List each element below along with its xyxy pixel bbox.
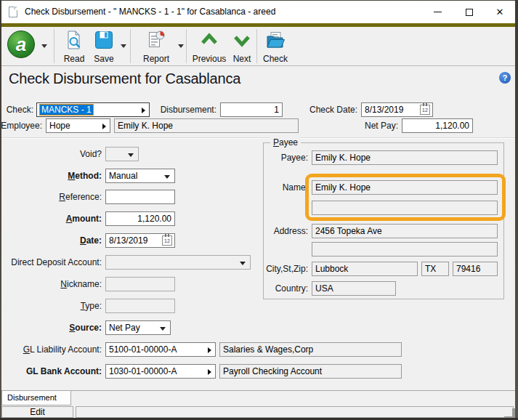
source-combo[interactable]: Net Pay bbox=[105, 320, 171, 335]
dropdown-arrow-icon[interactable] bbox=[164, 175, 170, 179]
gl-bank-account-value: 1030-01-00000-A bbox=[109, 366, 177, 376]
minimize-button[interactable] bbox=[421, 1, 453, 23]
save-dropdown-arrow-icon[interactable] bbox=[121, 44, 126, 48]
lookup-arrow-icon[interactable] bbox=[102, 124, 106, 129]
help-button[interactable]: ? bbox=[499, 72, 511, 84]
previous-button-label: Previous bbox=[193, 54, 227, 64]
app-logo-icon: a bbox=[16, 33, 26, 56]
toolbar-separator bbox=[54, 29, 54, 63]
app-menu-dropdown-arrow-icon[interactable] bbox=[41, 44, 47, 48]
annotation-highlight-box bbox=[305, 174, 506, 221]
document-icon bbox=[9, 7, 17, 17]
country-label: Country: bbox=[247, 281, 308, 296]
void-combo[interactable] bbox=[105, 147, 139, 161]
reference-label: Reference: bbox=[0, 190, 102, 204]
save-icon bbox=[94, 30, 114, 53]
gl-liability-account-description: Salaries & Wages,Corp bbox=[219, 342, 402, 357]
check-lookup-field[interactable]: MANCKS - 1 bbox=[36, 102, 150, 117]
window-title: Check Disbursement - " MANCKS - 1 - 1" f… bbox=[25, 1, 275, 23]
app-logo-button[interactable]: a bbox=[7, 31, 35, 58]
chevron-down-icon bbox=[232, 30, 252, 53]
type-label: Type: bbox=[0, 299, 102, 313]
payee-field: Emily K. Hope bbox=[312, 150, 498, 165]
method-combo[interactable]: Manual bbox=[105, 169, 175, 183]
dropdown-arrow-icon[interactable] bbox=[128, 153, 134, 157]
reference-field[interactable] bbox=[105, 190, 175, 204]
payee-label: Payee: bbox=[247, 150, 308, 165]
dropdown-arrow-icon[interactable] bbox=[160, 327, 166, 331]
check-button[interactable]: Check bbox=[260, 30, 291, 64]
disbursement-label: Disbursement: bbox=[153, 102, 216, 117]
lookup-arrow-icon[interactable] bbox=[208, 347, 211, 353]
help-icon: ? bbox=[503, 73, 508, 82]
dropdown-arrow-icon[interactable] bbox=[240, 262, 246, 265]
check-value: MANCKS - 1 bbox=[40, 105, 93, 115]
net-pay-label: Net Pay: bbox=[347, 118, 398, 133]
close-button[interactable]: ✕ bbox=[484, 1, 516, 23]
maximize-button[interactable] bbox=[453, 1, 485, 23]
employee-label: Employee: bbox=[0, 118, 42, 133]
employee-name-field: Emily K. Hope bbox=[114, 118, 299, 133]
app-window: Check Disbursement - " MANCKS - 1 - 1" f… bbox=[0, 0, 518, 420]
date-value: 8/13/2019 bbox=[109, 235, 147, 246]
date-field[interactable]: 8/13/2019 12 bbox=[105, 233, 175, 248]
report-button[interactable]: Report bbox=[137, 30, 176, 64]
nickname-field bbox=[105, 277, 175, 291]
report-dropdown-arrow-icon[interactable] bbox=[178, 44, 184, 48]
gl-liability-account-value: 5100-01-00000-A bbox=[109, 344, 177, 355]
next-button[interactable]: Next bbox=[229, 30, 255, 64]
status-message bbox=[76, 406, 514, 418]
employee-lookup-field[interactable]: Hope bbox=[46, 118, 110, 133]
resize-grip[interactable] bbox=[504, 408, 512, 416]
tab-disbursement[interactable]: Disbursement bbox=[1, 391, 71, 405]
gl-bank-account-field[interactable]: 1030-01-00000-A bbox=[105, 364, 216, 379]
void-label: Void? bbox=[0, 147, 102, 161]
read-icon bbox=[64, 30, 84, 53]
check-date-value: 8/13/2019 bbox=[365, 105, 403, 115]
toolbar-separator bbox=[186, 29, 187, 63]
city-st-zip-label: City,St,Zip: bbox=[247, 262, 308, 276]
previous-button[interactable]: Previous bbox=[190, 30, 228, 64]
source-label: Source: bbox=[0, 320, 102, 335]
title-bar: Check Disbursement - " MANCKS - 1 - 1" f… bbox=[1, 1, 515, 23]
gl-bank-account-description: Payroll Checking Account bbox=[219, 364, 402, 379]
page-title: Check Disbursement for Casablanca bbox=[9, 70, 240, 87]
gl-liability-account-label: GL Liability Account: bbox=[0, 342, 102, 357]
toolbar-separator bbox=[256, 29, 257, 63]
direct-deposit-account-combo[interactable] bbox=[105, 255, 251, 270]
source-value: Net Pay bbox=[109, 323, 140, 333]
zip-field: 79416 bbox=[453, 262, 498, 276]
employee-code: Hope bbox=[49, 121, 70, 131]
save-button[interactable]: Save bbox=[89, 30, 118, 64]
amount-field[interactable]: 1,120.00 bbox=[105, 211, 175, 226]
report-icon bbox=[146, 30, 166, 53]
read-button[interactable]: Read bbox=[59, 30, 89, 64]
country-field: USA bbox=[312, 281, 396, 296]
name-label: Name: bbox=[247, 180, 308, 195]
lookup-arrow-icon[interactable] bbox=[208, 369, 211, 375]
check-date-field[interactable]: 8/13/2019 12 bbox=[361, 102, 433, 117]
method-label: Method: bbox=[0, 169, 102, 183]
city-field: Lubbock bbox=[312, 262, 418, 276]
check-date-label: Check Date: bbox=[304, 102, 357, 117]
toolbar-separator bbox=[130, 29, 131, 63]
status-mode: Edit bbox=[1, 406, 73, 418]
chevron-up-icon bbox=[199, 30, 219, 53]
maximize-icon bbox=[466, 9, 473, 16]
calendar-icon[interactable]: 12 bbox=[162, 235, 172, 246]
desktop-edge bbox=[515, 0, 518, 420]
calendar-icon[interactable]: 12 bbox=[420, 105, 430, 115]
disbursement-field[interactable]: 1 bbox=[220, 102, 283, 117]
address-field-line2 bbox=[312, 242, 498, 257]
direct-deposit-account-label: Direct Deposit Account: bbox=[0, 255, 102, 270]
state-field: TX bbox=[421, 262, 449, 276]
read-button-label: Read bbox=[64, 54, 85, 64]
check-label: Check: bbox=[6, 102, 33, 117]
net-pay-field: 1,120.00 bbox=[402, 118, 473, 133]
lookup-arrow-icon[interactable] bbox=[142, 108, 145, 113]
minimize-icon bbox=[434, 12, 442, 12]
gl-bank-account-label: GL Bank Account: bbox=[0, 364, 102, 379]
toolbar: a Read Save Report bbox=[1, 27, 515, 66]
gl-liability-account-field[interactable]: 5100-01-00000-A bbox=[105, 342, 216, 357]
desktop-edge bbox=[0, 0, 518, 1]
